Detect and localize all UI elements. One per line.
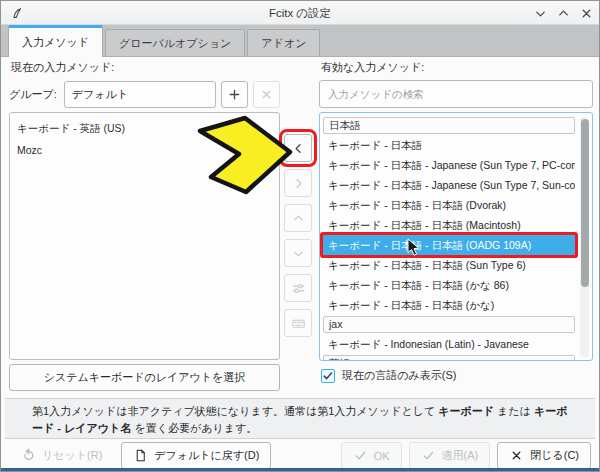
remove-group-button[interactable] [253, 81, 280, 108]
maximize-window-button[interactable] [554, 4, 572, 22]
close-button[interactable]: 閉じる(C) [497, 442, 591, 469]
list-item[interactable]: Mozc [17, 139, 272, 161]
language-header-row: 英語 [323, 355, 575, 361]
input-method-row[interactable]: キーボード - 日本語 - 日本語 (かな 86) [323, 275, 575, 295]
document-icon [133, 448, 148, 463]
plus-icon [227, 87, 242, 102]
current-input-method-list[interactable]: キーボード - 英語 (US)Mozc [9, 112, 280, 360]
configure-button[interactable] [284, 274, 312, 302]
chevron-down-icon [291, 246, 306, 261]
button-label: 閉じる(C) [530, 448, 579, 463]
button-label: 適用(A) [442, 448, 479, 463]
tabbar: 入力メソッドグローバルオプションアドオン [1, 25, 599, 57]
move-left-button[interactable] [284, 134, 312, 162]
reset-button[interactable]: リセット(R) [9, 442, 114, 469]
minimize-window-button[interactable] [531, 4, 549, 22]
footer-button-bar: リセット(R)デフォルトに戻す(D)OK適用(A)閉じる(C) [1, 441, 599, 470]
close-window-button[interactable] [577, 4, 595, 22]
undo-icon [21, 448, 36, 463]
only-current-language-label: 現在の言語のみ表示(S) [342, 368, 456, 383]
input-method-row[interactable]: キーボード - Indonesian (Latin) - Javanese [323, 334, 575, 354]
tab-input-method[interactable]: 入力メソッド [8, 25, 103, 57]
current-input-methods-label: 現在の入力メソッド: [11, 60, 114, 75]
chevron-right-icon [291, 176, 306, 191]
available-input-method-list[interactable]: 日本語キーボード - 日本語キーボード - 日本語 - Japanese (Su… [319, 112, 593, 361]
button-label: OK [374, 450, 390, 462]
check-icon [353, 448, 368, 463]
list-item[interactable]: キーボード - 英語 (US) [17, 117, 272, 139]
button-label: リセット(R) [42, 448, 102, 463]
input-method-row-selected[interactable]: キーボード - 日本語 - 日本語 (OADG 109A) [323, 235, 575, 255]
scrollbar-thumb[interactable] [581, 119, 589, 287]
group-row: グループ: デフォルト [9, 80, 280, 108]
search-input[interactable] [319, 80, 593, 108]
tab-addons[interactable]: アドオン [247, 29, 320, 56]
select-system-keyboard-layout-button[interactable]: システムキーボードのレイアウトを選択 [9, 364, 280, 391]
move-down-button[interactable] [284, 239, 312, 267]
ok-button[interactable]: OK [341, 442, 402, 469]
window-controls [531, 4, 595, 22]
close-icon [259, 87, 274, 102]
checkbox-checked-icon[interactable] [321, 369, 335, 383]
input-method-row[interactable]: キーボード - 日本語 - 日本語 (Dvorak) [323, 195, 575, 215]
input-method-row[interactable]: キーボード - 日本語 - 日本語 (Macintosh) [323, 215, 575, 235]
apply-button[interactable]: 適用(A) [409, 442, 491, 469]
window-bottom-edge [1, 468, 599, 471]
chevron-left-icon [291, 141, 306, 156]
chevron-up-icon [556, 6, 571, 21]
window-title: Fcitx の設定 [1, 1, 599, 25]
group-select[interactable]: デフォルト [64, 81, 216, 108]
keyboard-icon [291, 316, 306, 331]
fcitx-config-window: Fcitx の設定 入力メソッドグローバルオプションアドオン 現在の入力メソッド… [0, 0, 600, 472]
group-select-value: デフォルト [72, 87, 128, 102]
check-icon [421, 448, 436, 463]
available-input-methods-label: 有効な入力メソッド: [321, 60, 424, 75]
group-label: グループ: [9, 87, 57, 102]
input-method-row[interactable]: キーボード - 日本語 - Japanese (Sun Type 7, PC-c… [323, 155, 575, 175]
chevron-down-icon [533, 6, 548, 21]
scrollbar[interactable] [580, 117, 589, 357]
titlebar: Fcitx の設定 [1, 1, 599, 25]
move-right-button[interactable] [284, 169, 312, 197]
input-method-row[interactable]: キーボード - 日本語 [323, 135, 575, 155]
close-x-icon [509, 448, 524, 463]
warning-message: 第1入力メソッドは非アクティブ状態になります。通常は第1入力メソッドとして キー… [5, 398, 595, 439]
add-group-button[interactable] [221, 81, 248, 108]
tab-global-options[interactable]: グローバルオプション [105, 29, 245, 56]
sliders-icon [291, 281, 306, 296]
defaults-button[interactable]: デフォルトに戻す(D) [121, 442, 271, 469]
move-up-button[interactable] [284, 204, 312, 232]
chevron-up-icon [291, 211, 306, 226]
input-method-row[interactable]: キーボード - 日本語 - 日本語 (かな) [323, 295, 575, 315]
input-method-row[interactable]: キーボード - 日本語 - Japanese (Sun Type 7, Sun-… [323, 175, 575, 195]
keyboard-layout-button[interactable] [284, 309, 312, 337]
input-method-row[interactable]: キーボード - 日本語 - 日本語 (Sun Type 6) [323, 255, 575, 275]
only-current-language-row[interactable]: 現在の言語のみ表示(S) [321, 368, 456, 383]
close-x-icon [579, 6, 594, 21]
language-header-row: 日本語 [323, 117, 575, 134]
button-label: デフォルトに戻す(D) [154, 448, 259, 463]
language-header-row: jax [323, 316, 575, 333]
